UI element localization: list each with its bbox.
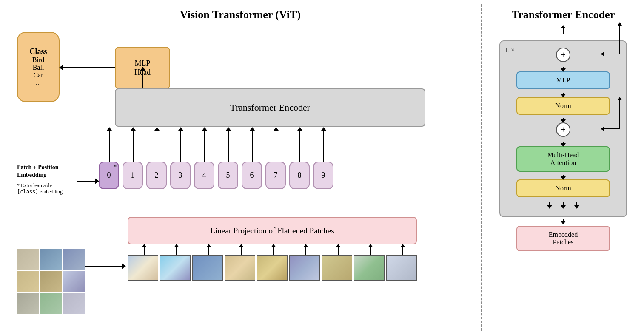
token-9: 9	[313, 162, 333, 189]
svg-marker-3	[601, 52, 604, 56]
q-arrow	[549, 202, 550, 208]
arrow-te-mlp	[142, 67, 143, 88]
enc-norm2-label: Norm	[555, 185, 571, 192]
source-patch-3	[63, 249, 85, 270]
encoder-inner: + MLP No	[509, 48, 618, 210]
patch-7	[322, 255, 352, 281]
encoder-title: Transformer Encoder	[493, 9, 633, 21]
enc-norm2-box: Norm	[516, 179, 610, 197]
class-output-box: Class Bird Ball Car ...	[17, 32, 60, 102]
source-patch-6	[63, 271, 85, 292]
source-patch-5	[40, 271, 62, 292]
source-patch-2	[40, 249, 62, 270]
token-6: 6	[242, 162, 262, 189]
up-arrow-2	[147, 128, 167, 162]
token-0: 0 *	[99, 162, 119, 189]
plus-2: +	[556, 48, 570, 62]
vit-title: Vision Transformer (ViT)	[13, 9, 468, 21]
up-arrow-1	[123, 128, 143, 162]
up-arrow-6	[242, 128, 262, 162]
enc-norm1-label: Norm	[555, 102, 571, 109]
token-5: 5	[218, 162, 238, 189]
source-patch-8	[40, 293, 62, 314]
embedded-to-enc-arrow	[493, 219, 633, 224]
linear-proj-label: Linear Projection of Flattened Patches	[210, 226, 334, 236]
source-patch-1	[17, 249, 39, 270]
encoder-box: L × +	[499, 40, 627, 217]
token-4: 4	[194, 162, 214, 189]
residual-add-2-row: +	[509, 48, 618, 65]
residual-1-svg	[598, 97, 624, 131]
token-star: *	[114, 164, 117, 170]
patch-pos-embedding-area: Patch + PositionEmbedding * Extra learna…	[17, 164, 81, 195]
up-arrow-7	[266, 128, 286, 162]
enc-arrow-4	[563, 142, 564, 146]
image-patches-row	[128, 255, 417, 281]
enc-arrow-3	[563, 118, 564, 122]
linear-proj-box: Linear Projection of Flattened Patches	[128, 217, 417, 244]
enc-mha-label: Multi-HeadAttention	[547, 151, 579, 166]
patch-8	[354, 255, 385, 281]
token-3: 3	[170, 162, 191, 189]
svg-marker-7	[601, 127, 604, 131]
enc-arrow-2	[563, 93, 564, 97]
section-divider	[481, 4, 482, 331]
encoder-section: Transformer Encoder L × +	[491, 4, 635, 331]
enc-mlp-label: MLP	[556, 77, 570, 84]
up-arrow-0	[99, 128, 120, 162]
token-2: 2	[146, 162, 167, 189]
patch-2	[160, 255, 191, 281]
svg-marker-5	[618, 97, 622, 100]
patch-5	[257, 255, 288, 281]
class-ellipsis: ...	[36, 79, 41, 87]
residual-2-svg	[598, 22, 624, 56]
transformer-encoder-box: Transformer Encoder	[115, 88, 425, 127]
patch-pos-label: Patch + PositionEmbedding	[17, 164, 81, 179]
embedded-patches-box: EmbeddedPatches	[516, 226, 610, 251]
class-bird: Bird	[32, 56, 44, 64]
token-7: 7	[265, 162, 286, 189]
token-row: 0 * 1 2 3 4 5 6 7 8 9	[99, 162, 333, 189]
source-patch-7	[17, 293, 39, 314]
source-patch-4	[17, 271, 39, 292]
class-ball: Ball	[33, 64, 44, 71]
token-1: 1	[123, 162, 143, 189]
vit-section: Vision Transformer (ViT) Class Bird Ball…	[9, 4, 472, 331]
patch-9	[386, 255, 417, 281]
arrow-patch-pos	[77, 181, 99, 182]
v-arrow	[576, 202, 577, 208]
patch-1	[128, 255, 158, 281]
k-arrow	[563, 202, 564, 208]
token-up-arrows	[99, 128, 334, 162]
class-label: Class	[29, 47, 47, 56]
source-patch-9	[63, 293, 85, 314]
class-car: Car	[33, 71, 43, 79]
residual-add-1-row: +	[509, 122, 618, 140]
patch-3	[192, 255, 223, 281]
enc-arrow-5	[563, 175, 564, 179]
arrow-mlp-class	[60, 67, 115, 68]
embedded-patches-label: EmbeddedPatches	[549, 231, 578, 246]
enc-arrow-1	[563, 67, 564, 71]
plus-1: +	[556, 122, 570, 137]
source-image-grid	[17, 249, 85, 314]
patch-4	[225, 255, 255, 281]
embedded-arrow	[563, 219, 564, 224]
patch-6	[289, 255, 320, 281]
qkv-arrows	[549, 202, 577, 208]
enc-mlp-box: MLP	[516, 71, 610, 89]
up-arrow-5	[218, 128, 239, 162]
top-output-arrow	[563, 26, 564, 34]
main-container: Vision Transformer (ViT) Class Bird Ball…	[0, 0, 644, 335]
up-arrow-4	[194, 128, 215, 162]
transformer-encoder-label: Transformer Encoder	[230, 102, 310, 113]
arrow-source-patches	[85, 266, 125, 267]
token-8: 8	[289, 162, 310, 189]
up-arrow-8	[290, 128, 310, 162]
enc-mha-box: Multi-HeadAttention	[516, 146, 610, 172]
up-arrow-3	[171, 128, 191, 162]
svg-marker-1	[618, 22, 622, 26]
extra-learnable-label: * Extra learnable[class] embedding	[17, 182, 81, 195]
token-0-label: 0	[107, 171, 111, 180]
enc-norm1-box: Norm	[516, 97, 610, 115]
